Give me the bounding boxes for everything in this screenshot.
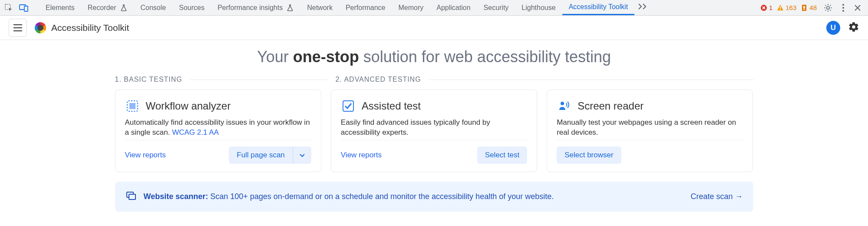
section-label-basic: 1. BASIC TESTING — [115, 76, 190, 83]
headline-pre: Your — [257, 48, 293, 66]
card-workflow-analyzer: Workflow analyzer Automatically find acc… — [115, 90, 321, 172]
create-scan-button[interactable]: Create scan → — [690, 192, 743, 201]
gear-icon — [848, 21, 859, 33]
select-test-button[interactable]: Select test — [477, 146, 527, 164]
devtools-tabs-overflow-icon[interactable] — [634, 3, 651, 12]
product-logo-icon — [35, 22, 46, 33]
device-toggle-icon[interactable] — [19, 3, 29, 12]
card-title: Workflow analyzer — [146, 100, 231, 112]
devtools-tab-elements[interactable]: Elements — [39, 0, 81, 15]
svg-rect-2 — [24, 6, 28, 11]
devtools-left-icons — [4, 3, 39, 12]
card-description: Automatically find accessibility issues … — [125, 118, 311, 138]
tab-label: Network — [307, 4, 333, 12]
tab-label: Elements — [46, 4, 75, 12]
select-browser-button[interactable]: Select browser — [557, 146, 621, 164]
full-page-scan-dropdown[interactable] — [293, 146, 311, 164]
panel-settings-button[interactable] — [848, 21, 859, 34]
svg-rect-7 — [803, 6, 805, 8]
tab-label: Sources — [179, 4, 205, 12]
error-icon — [760, 4, 767, 11]
tab-label: Accessibility Toolkit — [569, 3, 628, 11]
panel-title: Accessibility Toolkit — [51, 23, 129, 33]
card-title: Screen reader — [578, 100, 644, 112]
assisted-test-icon — [341, 99, 356, 113]
devtools-tab-performance[interactable]: Performance — [339, 0, 392, 15]
devtools-tab-console[interactable]: Console — [134, 0, 173, 15]
banner-lead: Website scanner: — [144, 192, 211, 201]
devtools-tab-performance-insights[interactable]: Performance insights — [211, 0, 300, 15]
panel-header: Accessibility Toolkit U — [0, 16, 868, 40]
headline-emph: one-stop — [293, 48, 359, 66]
svg-point-9 — [827, 6, 829, 9]
devtools-tab-application[interactable]: Application — [430, 0, 477, 15]
warning-count-badge[interactable]: 163 — [777, 4, 796, 11]
devtools-tab-strip: Elements Recorder Console Sources Perfor… — [0, 0, 868, 16]
devtools-kebab-icon[interactable] — [839, 3, 847, 12]
card-actions: View reports Full page scan — [125, 140, 311, 164]
tab-label: Performance — [346, 4, 386, 12]
devtools-right-group: 1 163 48 — [760, 0, 864, 15]
view-reports-link[interactable]: View reports — [341, 151, 382, 160]
devtools-settings-icon[interactable] — [821, 3, 835, 12]
tab-label: Memory — [399, 4, 424, 12]
divider — [190, 80, 328, 80]
tab-label: Performance insights — [218, 4, 283, 12]
svg-rect-15 — [343, 101, 353, 111]
issue-count-badge[interactable]: 48 — [801, 4, 817, 11]
devtools-tab-memory[interactable]: Memory — [392, 0, 430, 15]
devtools-tab-accessibility-toolkit[interactable]: Accessibility Toolkit — [562, 0, 635, 15]
divider — [429, 80, 753, 80]
devtools-tab-lighthouse[interactable]: Lighthouse — [515, 0, 562, 15]
svg-rect-18 — [129, 194, 135, 199]
warning-count: 163 — [785, 4, 796, 11]
inspect-element-icon[interactable] — [4, 3, 13, 12]
svg-point-11 — [842, 7, 844, 9]
svg-rect-4 — [780, 7, 781, 9]
svg-rect-8 — [803, 9, 805, 10]
warning-icon — [777, 4, 784, 11]
full-page-scan-button-group: Full page scan — [229, 146, 311, 164]
headline: Your one-stop solution for web accessibi… — [0, 48, 868, 66]
svg-point-16 — [561, 102, 564, 105]
workflow-analyzer-icon — [125, 99, 140, 113]
full-page-scan-button[interactable]: Full page scan — [229, 146, 293, 164]
devtools-tab-security[interactable]: Security — [477, 0, 515, 15]
card-assisted-test: Assisted test Easily find advanced issue… — [331, 90, 537, 172]
banner-body: Scan 100+ pages on-demand or on a schedu… — [210, 192, 554, 201]
svg-rect-5 — [780, 9, 781, 10]
devtools-tab-recorder[interactable]: Recorder — [81, 0, 134, 15]
devtools-close-icon[interactable] — [851, 4, 864, 11]
main-content: Your one-stop solution for web accessibi… — [0, 40, 868, 220]
tab-label: Console — [141, 4, 166, 12]
hamburger-icon — [13, 24, 23, 32]
section-labels-row: 1. BASIC TESTING 2. ADVANCED TESTING — [115, 76, 753, 83]
card-description: Easily find advanced issues typically fo… — [341, 118, 527, 138]
devtools-tab-sources[interactable]: Sources — [172, 0, 211, 15]
website-scanner-icon — [125, 190, 136, 203]
tab-label: Application — [436, 4, 470, 12]
devtools-tab-network[interactable]: Network — [300, 0, 339, 15]
tab-label: Recorder — [88, 4, 116, 12]
website-scanner-banner: Website scanner: Scan 100+ pages on-dema… — [115, 182, 753, 212]
tab-label: Lighthouse — [521, 4, 555, 12]
issue-count: 48 — [809, 4, 817, 11]
headline-post: solution for web accessibility testing — [359, 48, 611, 66]
card-screen-reader: Screen reader Manually test your webpage… — [547, 90, 753, 172]
flask-icon — [120, 4, 128, 12]
wcag-link[interactable]: WCAG 2.1 AA — [172, 128, 219, 136]
error-count-badge[interactable]: 1 — [760, 4, 772, 11]
card-actions: View reports Select test — [341, 140, 527, 164]
avatar[interactable]: U — [826, 21, 840, 35]
card-title: Assisted test — [362, 100, 421, 112]
screen-reader-icon — [557, 99, 571, 113]
menu-button[interactable] — [9, 19, 27, 37]
tab-label: Security — [484, 4, 509, 12]
chevron-down-icon — [299, 152, 306, 159]
devtools-tabs: Elements Recorder Console Sources Perfor… — [39, 0, 651, 15]
flask-icon — [286, 4, 294, 12]
issues-icon — [801, 4, 808, 11]
cards-row: Workflow analyzer Automatically find acc… — [115, 90, 753, 172]
view-reports-link[interactable]: View reports — [125, 151, 166, 160]
card-description: Manually test your webpages using a scre… — [557, 118, 743, 138]
